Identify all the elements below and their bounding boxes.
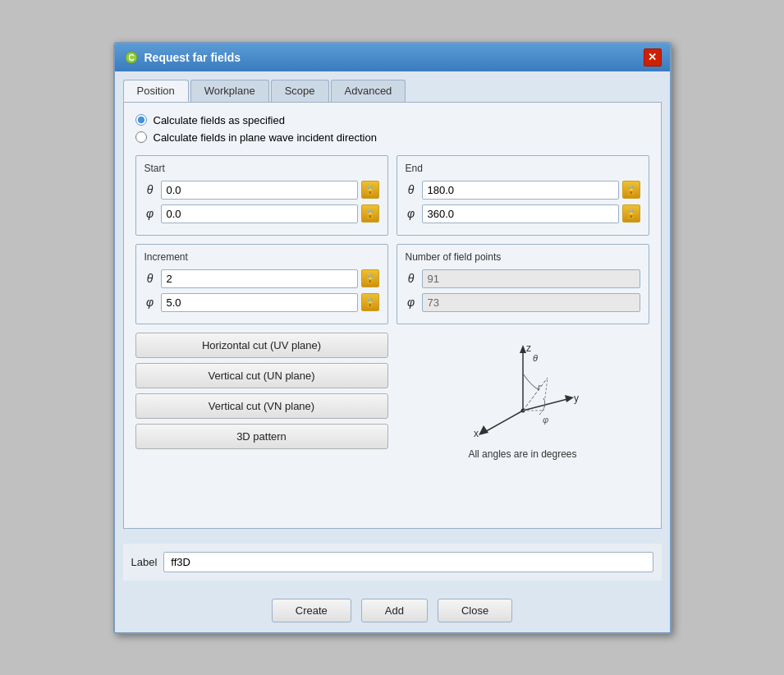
svg-text:y: y [574,393,579,404]
close-button[interactable]: ✕ [644,48,662,67]
title-bar-left: C Request far fields [123,49,241,66]
preset-buttons-container: Horizontal cut (UV plane) Vertical cut (… [135,333,388,460]
start-phi-lock[interactable]: 🔒 [361,204,379,223]
field-points-phi-label: φ [406,296,417,309]
vertical-cut-vn-button[interactable]: Vertical cut (VN plane) [135,393,388,419]
field-points-group: Number of field points θ φ [397,244,649,324]
end-group: End θ 🔒 φ 🔒 [397,155,649,236]
end-theta-label: θ [406,183,417,196]
increment-phi-lock[interactable]: 🔒 [361,293,379,311]
end-phi-row: φ 🔒 [406,204,640,223]
increment-phi-input-wrap: 🔒 [161,293,379,312]
increment-theta-input-wrap: 🔒 [161,269,379,288]
add-button[interactable]: Add [361,599,428,622]
radio-label-1: Calculate fields as specified [154,114,285,126]
start-end-row: Start θ 🔒 φ 🔒 [135,155,649,236]
start-phi-input-wrap: 🔒 [161,204,379,223]
field-points-theta-input-wrap [422,269,640,288]
start-phi-label: φ [144,207,156,220]
start-theta-input[interactable] [161,181,358,200]
increment-fieldpoints-row: Increment θ 🔒 φ 🔒 [135,244,649,324]
label-field-label: Label [131,556,158,568]
start-theta-input-wrap: 🔒 [161,181,379,200]
increment-theta-row: θ 🔒 [144,269,379,288]
end-phi-lock[interactable]: 🔒 [622,204,640,223]
title-bar: C Request far fields ✕ [115,44,670,71]
svg-line-6 [523,398,571,411]
field-points-theta-input [422,269,640,288]
increment-phi-label: φ [144,296,156,309]
field-points-phi-input [422,293,640,312]
3d-pattern-button[interactable]: 3D pattern [135,424,388,449]
start-theta-row: θ 🔒 [144,181,379,200]
close-dialog-button[interactable]: Close [438,599,512,622]
svg-text:x: x [474,428,479,439]
diagram-area: z θ y x r [397,333,649,460]
increment-group-title: Increment [144,251,379,263]
end-theta-input-wrap: 🔒 [422,181,640,200]
svg-marker-3 [520,345,526,353]
angles-note: All angles are in degrees [468,448,576,460]
radio-group: Calculate fields as specified Calculate … [135,114,649,144]
action-buttons-bar: Create Add Close [115,589,670,632]
tab-workplane[interactable]: Workplane [190,80,269,102]
horizontal-cut-button[interactable]: Horizontal cut (UV plane) [135,333,388,358]
buttons-diagram-row: Horizontal cut (UV plane) Vertical cut (… [135,333,649,460]
dialog-window: C Request far fields ✕ Position Workplan… [113,42,672,634]
field-points-theta-row: θ [406,269,640,288]
vertical-cut-un-button[interactable]: Vertical cut (UN plane) [135,363,388,388]
end-phi-input[interactable] [422,204,619,223]
start-phi-row: φ 🔒 [144,204,379,223]
end-phi-input-wrap: 🔒 [422,204,640,223]
end-theta-row: θ 🔒 [406,181,640,200]
window-title: Request far fields [144,51,241,64]
tab-bar: Position Workplane Scope Advanced [123,80,662,102]
increment-theta-label: θ [144,272,156,285]
radio-option-1[interactable]: Calculate fields as specified [135,114,649,126]
app-icon: C [123,49,140,66]
tab-content-position: Calculate fields as specified Calculate … [123,102,662,529]
svg-text:θ: θ [533,353,538,363]
radio-calc-specified[interactable] [135,114,147,126]
coordinate-diagram: z θ y x r [465,337,580,443]
start-group-title: Start [144,163,379,174]
end-theta-input[interactable] [422,181,619,200]
start-group: Start θ 🔒 φ 🔒 [135,155,388,236]
end-phi-label: φ [406,207,417,220]
tab-advanced[interactable]: Advanced [331,80,406,102]
label-row: Label [123,544,662,581]
svg-text:φ: φ [543,415,548,425]
radio-label-2: Calculate fields in plane wave incident … [154,131,377,144]
tab-scope[interactable]: Scope [271,80,329,102]
dialog-body: Position Workplane Scope Advanced Calcul… [115,71,670,589]
start-phi-input[interactable] [161,204,358,223]
tab-position[interactable]: Position [123,80,189,102]
create-button[interactable]: Create [272,599,351,622]
svg-line-9 [482,411,523,434]
end-group-title: End [406,163,640,174]
increment-phi-input[interactable] [161,293,358,312]
svg-marker-7 [565,395,574,402]
start-theta-label: θ [144,183,156,196]
start-theta-lock[interactable]: 🔒 [361,181,379,199]
radio-calc-planewave[interactable] [135,131,147,143]
field-points-phi-row: φ [406,293,640,312]
label-input[interactable] [163,552,653,572]
svg-text:z: z [526,342,531,354]
field-points-theta-label: θ [406,272,417,285]
field-points-phi-input-wrap [422,293,640,312]
increment-group: Increment θ 🔒 φ 🔒 [135,244,388,324]
increment-theta-input[interactable] [161,269,358,288]
field-points-group-title: Number of field points [406,251,640,263]
increment-phi-row: φ 🔒 [144,293,379,312]
svg-text:C: C [128,53,134,62]
radio-option-2[interactable]: Calculate fields in plane wave incident … [135,131,649,144]
increment-theta-lock[interactable]: 🔒 [361,269,379,287]
end-theta-lock[interactable]: 🔒 [622,181,640,199]
